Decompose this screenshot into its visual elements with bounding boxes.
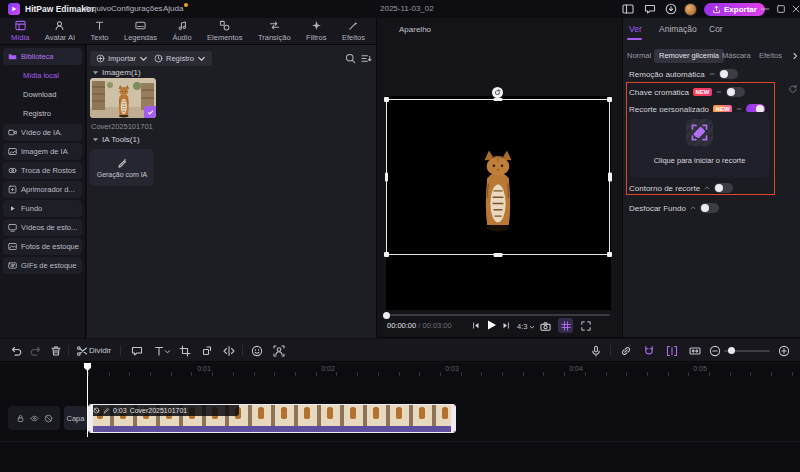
crop-icon[interactable]	[179, 345, 191, 357]
user-avatar[interactable]	[684, 3, 697, 16]
sidebar-item-midia-local[interactable]: Mídia local	[3, 67, 82, 84]
subtab-mascara[interactable]: Máscara	[722, 49, 751, 63]
sidebar-item-fotos-estoque[interactable]: Fotos de estoque	[3, 238, 82, 255]
timeline-zoom-knob[interactable]	[728, 347, 735, 354]
zoom-out-icon[interactable]	[709, 345, 721, 357]
playhead-line[interactable]	[87, 363, 88, 437]
selection-box[interactable]	[386, 99, 610, 255]
resize-handle-nw[interactable]	[384, 97, 389, 102]
link-icon[interactable]	[620, 345, 632, 357]
preview-seek-knob[interactable]	[383, 312, 390, 319]
crop-outline-toggle[interactable]	[714, 183, 733, 193]
subtab-normal[interactable]: Normal	[627, 49, 651, 63]
auto-align-icon[interactable]	[666, 345, 678, 357]
play-button[interactable]	[485, 319, 497, 331]
aspect-ratio-select[interactable]: 4:3	[517, 322, 535, 331]
image-section-header[interactable]: Imagem(1)	[92, 68, 141, 77]
ai-generation-card[interactable]: Geração com IA	[90, 149, 154, 186]
sidebar-item-download[interactable]: Download	[3, 86, 82, 103]
resize-handle-s[interactable]	[494, 253, 503, 257]
redo-icon[interactable]	[30, 345, 42, 357]
resize-handle-sw[interactable]	[384, 252, 389, 257]
tab-filtros[interactable]: Filtros	[306, 20, 326, 42]
crop-start-card[interactable]: Clique para iniciar o recorte	[630, 112, 769, 178]
sidebar-item-gifs-estoque[interactable]: GIFs de estoque	[3, 257, 82, 274]
sidebar-item-biblioteca[interactable]: Biblioteca	[3, 48, 82, 65]
clip-trim-handle-left[interactable]	[89, 405, 93, 432]
maximize-button[interactable]	[776, 4, 786, 14]
tab-cor[interactable]: Cor	[709, 18, 723, 40]
tab-ver[interactable]: Ver	[629, 18, 642, 40]
collapse-icon[interactable]	[690, 205, 696, 211]
split-scissors-icon[interactable]	[76, 345, 88, 357]
comment-icon[interactable]	[131, 345, 143, 357]
collapse-icon[interactable]	[704, 185, 710, 191]
tab-avatar-ai[interactable]: Avatar AI	[45, 20, 75, 42]
download-icon[interactable]	[665, 3, 677, 15]
subtab-remover-fundo[interactable]: Remover glicemia	[654, 49, 724, 63]
import-button[interactable]: Importar	[90, 51, 154, 66]
preview-seek-bar[interactable]	[386, 314, 610, 316]
delete-icon[interactable]	[50, 345, 62, 357]
sidebar-item-fundo[interactable]: Fundo	[3, 200, 82, 217]
feedback-icon[interactable]	[644, 3, 656, 15]
lock-icon[interactable]	[16, 414, 25, 423]
sidebar-item-videos-estoque[interactable]: Vídeos de esto...	[3, 219, 82, 236]
record-button[interactable]: Registro	[148, 51, 212, 66]
layout-panels-icon[interactable]	[622, 3, 634, 15]
tab-midia[interactable]: Mídia	[11, 20, 29, 42]
minimize-button[interactable]	[760, 4, 770, 14]
grid-overlay-button[interactable]	[558, 318, 573, 333]
sidebar-item-aprimorador[interactable]: Aprimorador d...	[3, 181, 82, 198]
close-button[interactable]	[791, 4, 800, 14]
resize-handle-se[interactable]	[607, 252, 612, 257]
reset-icon[interactable]	[788, 84, 798, 94]
clip-trim-handle-right[interactable]	[451, 405, 455, 432]
tab-texto[interactable]: Texto	[91, 20, 109, 42]
chevron-down-icon[interactable]	[164, 348, 171, 355]
tab-animacao[interactable]: Animação	[659, 18, 697, 40]
magnet-snap-icon[interactable]	[643, 345, 655, 357]
undo-icon[interactable]	[10, 345, 22, 357]
fit-timeline-icon[interactable]	[689, 345, 701, 357]
tab-audio[interactable]: Áudio	[172, 20, 191, 42]
menu-configuracoes[interactable]: Configurações	[111, 0, 163, 18]
tab-legendas[interactable]: Legendas	[124, 20, 157, 42]
ai-tools-section-header[interactable]: IA Tools(1)	[92, 135, 140, 144]
sidebar-item-video-ia[interactable]: Vídeo de IA.	[3, 124, 82, 141]
previous-frame-button[interactable]	[471, 321, 480, 330]
cover-button[interactable]: Capa	[64, 406, 87, 430]
hide-track-icon[interactable]	[30, 414, 39, 423]
sidebar-item-imagem-ia[interactable]: Imagem de IA	[3, 143, 82, 160]
collapse-icon[interactable]	[716, 89, 722, 95]
blur-background-toggle[interactable]	[700, 203, 719, 213]
mirror-icon[interactable]	[223, 345, 235, 357]
sidebar-item-troca-rostos[interactable]: Troca de Rostos	[3, 162, 82, 179]
search-icon[interactable]	[345, 53, 356, 64]
microphone-icon[interactable]	[590, 345, 602, 357]
subtab-efeitos[interactable]: Efeitos	[759, 49, 782, 63]
media-thumbnail[interactable]	[90, 78, 156, 118]
sidebar-item-registro[interactable]: Registro	[3, 105, 82, 122]
menu-arquivo[interactable]: Arquivo	[84, 0, 111, 18]
resize-icon[interactable]	[201, 345, 213, 357]
chroma-key-toggle[interactable]	[726, 87, 745, 97]
auto-removal-toggle[interactable]	[719, 69, 738, 79]
tab-transicao[interactable]: Transição	[258, 20, 291, 42]
resize-handle-ne[interactable]	[607, 97, 612, 102]
sticker-face-icon[interactable]	[251, 345, 263, 357]
fullscreen-icon[interactable]	[581, 321, 591, 331]
tab-efeitos[interactable]: Efeitos	[342, 20, 365, 42]
export-button[interactable]: Exportar	[704, 3, 765, 16]
zoom-in-icon[interactable]	[778, 345, 790, 357]
tab-elementos[interactable]: Elementos	[207, 20, 242, 42]
snapshot-icon[interactable]	[540, 321, 551, 332]
timeline-clip[interactable]: 0:03 Cover2025101701	[88, 404, 456, 433]
collapse-icon[interactable]	[709, 71, 715, 77]
chevron-right-icon[interactable]	[791, 52, 799, 60]
resize-handle-n[interactable]	[494, 98, 503, 102]
rotate-handle[interactable]	[492, 87, 503, 98]
resize-handle-e[interactable]	[608, 173, 612, 182]
mute-track-icon[interactable]	[44, 414, 53, 423]
sort-list-icon[interactable]	[361, 53, 372, 64]
